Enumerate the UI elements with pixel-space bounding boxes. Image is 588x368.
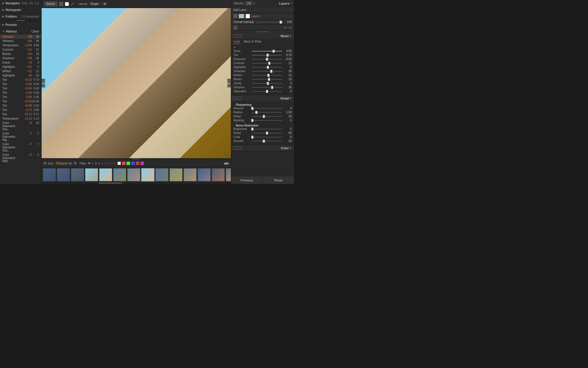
- eyedropper-icon[interactable]: ✒: [233, 46, 236, 49]
- sort-select[interactable]: Filename Date Rating: [55, 162, 73, 165]
- filmstrip-thumb[interactable]: [43, 168, 56, 181]
- slider-track[interactable]: [252, 51, 282, 51]
- history-item[interactable]: Tint+5.005.00: [0, 103, 41, 108]
- basic-header[interactable]: Basic ▾: [231, 33, 294, 39]
- basic-dropdown-icon[interactable]: ▾: [290, 34, 292, 38]
- history-item[interactable]: Highlights-33-33: [0, 73, 41, 78]
- star-2[interactable]: ☆: [104, 162, 107, 165]
- history-item[interactable]: Whites+1111: [0, 69, 41, 73]
- history-item[interactable]: Highlights+429: [0, 65, 41, 69]
- history-item[interactable]: Tint+0.710.71: [0, 112, 41, 116]
- zoom-icon[interactable]: ⤢: [71, 2, 74, 6]
- filmstrip-thumb[interactable]: [212, 168, 225, 181]
- history-item[interactable]: Tint+0.700.70: [0, 78, 41, 82]
- slider-track[interactable]: [252, 137, 282, 137]
- unflag-icon[interactable]: ⚐: [91, 162, 94, 165]
- filmstrip-thumb[interactable]: [141, 168, 154, 181]
- slider-track[interactable]: [252, 108, 282, 109]
- reject-icon[interactable]: ✗: [95, 162, 97, 165]
- history-item[interactable]: Contrast+2121: [0, 47, 41, 52]
- slider-track[interactable]: [252, 91, 282, 92]
- star-4[interactable]: ☆: [111, 162, 113, 165]
- next-image-arrow[interactable]: ▶: [227, 79, 231, 87]
- slider-track[interactable]: [252, 63, 282, 64]
- crop-icon[interactable]: ⊞: [233, 26, 237, 30]
- prev-image-arrow[interactable]: ◀: [42, 79, 45, 87]
- filmstrip-thumb[interactable]: [85, 168, 98, 181]
- slider-track[interactable]: [252, 55, 282, 55]
- tab-bw[interactable]: Black & White: [244, 40, 262, 44]
- slider-track[interactable]: [252, 87, 282, 88]
- filmstrip-thumb[interactable]: [183, 168, 197, 181]
- history-item[interactable]: Color Saturation Sha...+310: [0, 121, 41, 131]
- basic-refresh-icon[interactable]: [238, 34, 241, 38]
- slider-track[interactable]: [252, 79, 282, 80]
- color-filter-dark-red[interactable]: [136, 162, 139, 165]
- view-icon-white[interactable]: [65, 2, 69, 6]
- star-3[interactable]: ☆: [107, 162, 110, 165]
- history-item[interactable]: Vibrance-5836: [0, 34, 41, 39]
- history-item[interactable]: Shadows+3535: [0, 56, 41, 60]
- slider-track[interactable]: [252, 67, 282, 68]
- reset-button[interactable]: Reset: [263, 176, 294, 184]
- tab-color[interactable]: Color: [233, 40, 240, 44]
- history-item[interactable]: Tint+5.005.00: [0, 86, 41, 91]
- history-item[interactable]: Blacks+1616: [0, 52, 41, 56]
- history-item[interactable]: Tint-5.000.00: [0, 91, 41, 95]
- history-clear-button[interactable]: Clear: [32, 30, 39, 33]
- brush-icon[interactable]: ✏: [284, 26, 287, 30]
- color-dropdown-icon[interactable]: ▾: [290, 146, 292, 150]
- slider-track[interactable]: [252, 112, 282, 113]
- add-layer-button[interactable]: Add Layer: [233, 8, 247, 12]
- slider-track[interactable]: [252, 120, 282, 121]
- slider-track[interactable]: [252, 133, 282, 133]
- filmstrip-thumb[interactable]: [57, 168, 70, 181]
- filmstrip-thumb[interactable]: [113, 168, 126, 181]
- detail-reset-icon[interactable]: [233, 97, 237, 100]
- star-1[interactable]: ☆: [101, 162, 104, 165]
- color-filter-red[interactable]: [122, 162, 125, 165]
- history-item[interactable]: Tint-5.005.00: [0, 95, 41, 99]
- history-item[interactable]: Vibrance+9494: [0, 39, 41, 43]
- color-filter-purple[interactable]: [140, 162, 144, 165]
- filmstrip-scrollbar[interactable]: [42, 182, 231, 184]
- color-refresh-icon[interactable]: [238, 146, 241, 150]
- layer-name[interactable]: Layer 1: [251, 15, 289, 18]
- previous-button[interactable]: Previous: [231, 176, 263, 184]
- layout-select[interactable]: Single Compare Survey: [89, 2, 107, 6]
- filmstrip-settings-icon[interactable]: ⚙: [43, 161, 47, 165]
- filmstrip-thumb[interactable]: [198, 168, 211, 181]
- slider-track[interactable]: [252, 59, 282, 60]
- filmstrip-next-button[interactable]: ▶: [227, 161, 229, 165]
- color-filter-green[interactable]: [127, 162, 130, 165]
- slider-track[interactable]: [252, 75, 282, 76]
- folders-header[interactable]: ▶ Folders 11 November: [0, 13, 41, 20]
- slider-track[interactable]: [252, 116, 282, 117]
- color-filter-white[interactable]: [117, 162, 121, 165]
- filmstrip-prev-button[interactable]: ◀: [223, 161, 226, 165]
- rating-filter-ge[interactable]: ≥: [98, 162, 100, 165]
- filmstrip-thumb[interactable]: [99, 168, 112, 181]
- star-5[interactable]: ☆: [114, 162, 116, 165]
- layer-visibility-icon[interactable]: [233, 14, 237, 18]
- opacity-dropdown[interactable]: ▾: [254, 2, 255, 5]
- history-item[interactable]: Clarity+99: [0, 60, 41, 65]
- add-layer-close-icon[interactable]: ×: [290, 8, 292, 12]
- history-item[interactable]: Tint-0.710.00: [0, 108, 41, 112]
- history-item[interactable]: Temperature+2.844.96: [0, 43, 41, 47]
- history-item[interactable]: Color Saturation Hig...-7-7: [0, 131, 41, 142]
- slider-track[interactable]: [252, 83, 282, 84]
- flag-icon[interactable]: ⚑: [88, 162, 90, 165]
- slider-track[interactable]: [252, 141, 282, 141]
- slider-track[interactable]: [252, 71, 282, 72]
- history-item[interactable]: Tint-5.000.00: [0, 82, 41, 86]
- color-reset-icon[interactable]: [233, 146, 237, 150]
- layers-dropdown-icon[interactable]: ▾: [290, 2, 292, 5]
- eraser-icon[interactable]: ✂: [289, 26, 292, 30]
- filmstrip-thumb[interactable]: [71, 168, 84, 181]
- color-header[interactable]: Color ▾: [231, 145, 294, 151]
- detail-header[interactable]: Detail ▾: [231, 95, 294, 101]
- layer-close-icon[interactable]: ×: [290, 14, 292, 18]
- sort-order-icon[interactable]: ⇅: [74, 161, 77, 165]
- navigator-header[interactable]: ▶ Navigator Grid Fit 1:1: [0, 0, 41, 6]
